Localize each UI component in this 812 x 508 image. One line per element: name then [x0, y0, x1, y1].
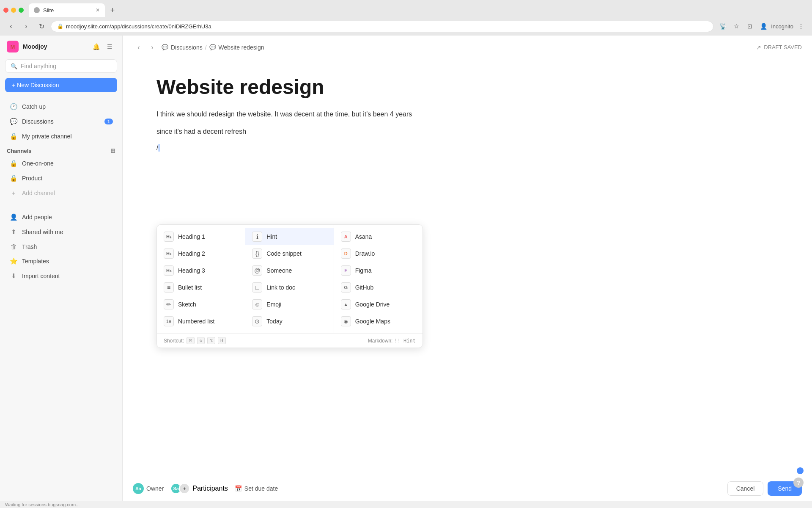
url-bar[interactable]: 🔒 moodjoy.slite.com/app/discussions/crea… — [51, 21, 713, 32]
slash-numbered-list[interactable]: 1≡ Numbered list — [157, 313, 245, 330]
incognito-label: Incognito — [771, 23, 793, 30]
slash-google-maps[interactable]: ◉ Google Maps — [334, 313, 422, 330]
owner-label: Owner — [146, 485, 164, 492]
numbered-list-icon: 1≡ — [164, 316, 174, 326]
templates-icon: ⭐ — [9, 257, 18, 265]
slash-figma[interactable]: F Figma — [334, 262, 422, 279]
sidebar-item-trash[interactable]: 🗑 Trash — [3, 240, 120, 254]
markdown-hint: Markdown: !! Hint — [368, 338, 416, 344]
google-drive-icon: ▲ — [341, 299, 351, 309]
sidebar-item-add-channel[interactable]: + Add channel — [3, 186, 120, 200]
emoji-label: Emoji — [266, 301, 281, 308]
split-view-icon[interactable]: ⊡ — [744, 20, 756, 32]
slash-drawio[interactable]: D Draw.io — [334, 245, 422, 262]
discussion-body-line1: I think we should redesign the website. … — [156, 109, 778, 120]
owner-section[interactable]: Sa Owner — [133, 483, 164, 494]
due-date-label: Set due date — [244, 485, 278, 492]
discussions-icon: 💬 — [9, 118, 18, 125]
sidebar-item-private[interactable]: 🔒 My private channel — [3, 129, 120, 144]
tab-close-button[interactable]: ✕ — [96, 7, 100, 13]
forward-nav-button[interactable]: › — [146, 41, 158, 53]
sidebar-toggle-icon[interactable]: ☰ — [104, 41, 115, 52]
participants-section[interactable]: Sa + Participants — [170, 483, 228, 494]
sidebar-item-templates[interactable]: ⭐ Templates — [3, 254, 120, 268]
heading3-label: Heading 3 — [178, 267, 205, 274]
slash-menu-footer: Shortcut: ⌘ ◇ ⌥ H Markdown: !! Hint — [157, 333, 422, 348]
slash-code-snippet[interactable]: {} Code snippet — [245, 245, 333, 262]
trash-label: Trash — [22, 243, 113, 250]
someone-label: Someone — [266, 267, 292, 274]
participant-initials: Sa — [173, 486, 179, 491]
new-discussion-label: + New Discussion — [12, 82, 59, 88]
bookmark-icon[interactable]: ☆ — [730, 20, 742, 32]
heading2-label: Heading 2 — [178, 250, 205, 257]
one-on-one-icon: 🔒 — [9, 160, 18, 167]
reload-button[interactable]: ↻ — [36, 20, 47, 32]
close-button[interactable] — [3, 8, 8, 13]
browser-tab[interactable]: Slite ✕ — [29, 3, 105, 17]
slash-emoji[interactable]: ☺ Emoji — [245, 296, 333, 313]
cursor-line[interactable]: / — [156, 144, 778, 152]
slash-link-to-doc[interactable]: □ Link to doc — [245, 279, 333, 296]
browser-chrome: Slite ✕ + ‹ › ↻ 🔒 moodjoy.slite.com/app/… — [0, 0, 812, 36]
channels-label: Channels — [7, 148, 110, 154]
slash-hint[interactable]: ℹ Hint — [245, 228, 333, 245]
drawio-icon: D — [341, 248, 351, 259]
slash-heading3[interactable]: H₃ Heading 3 — [157, 262, 245, 279]
slash-someone[interactable]: @ Someone — [245, 262, 333, 279]
forward-button[interactable]: › — [20, 20, 32, 32]
slash-github[interactable]: G GitHub — [334, 279, 422, 296]
sidebar-item-product[interactable]: 🔒 Product — [3, 171, 120, 185]
profile-icon[interactable]: 👤 — [757, 20, 769, 32]
sidebar-item-one-on-one[interactable]: 🔒 One-on-one — [3, 156, 120, 171]
trash-icon: 🗑 — [9, 243, 18, 250]
sidebar-item-shared-with-me[interactable]: ⬆ Shared with me — [3, 225, 120, 239]
back-nav-button[interactable]: ‹ — [133, 41, 145, 53]
sidebar-item-add-people[interactable]: 👤 Add people — [3, 210, 120, 224]
text-cursor — [159, 144, 159, 152]
cancel-button[interactable]: Cancel — [727, 481, 764, 496]
slash-menu-col-1: H₁ Heading 1 H₂ Heading 2 H₃ Heading 3 — [157, 225, 245, 333]
cast-icon[interactable]: 📡 — [717, 20, 729, 32]
slash-sketch[interactable]: ✏ Sketch — [157, 296, 245, 313]
slash-heading2[interactable]: H₂ Heading 2 — [157, 245, 245, 262]
notifications-icon[interactable]: 🔔 — [90, 41, 102, 52]
browser-actions: 📡 ☆ ⊡ 👤 Incognito ⋮ — [717, 20, 807, 32]
sidebar-header-actions: 🔔 ☰ — [90, 41, 115, 52]
sidebar-item-discussions[interactable]: 💬 Discussions 1 — [3, 114, 120, 129]
search-bar[interactable]: 🔍 Find anything — [5, 59, 117, 73]
someone-icon: @ — [252, 265, 262, 276]
channels-add-icon[interactable]: ⊞ — [110, 147, 115, 154]
add-people-label: Add people — [22, 214, 113, 221]
slash-google-drive[interactable]: ▲ Google Drive — [334, 296, 422, 313]
bullet-list-label: Bullet list — [178, 284, 202, 291]
maximize-button[interactable] — [19, 8, 24, 13]
due-date-section[interactable]: 📅 Set due date — [235, 485, 278, 492]
slash-today[interactable]: ⊙ Today — [245, 313, 333, 330]
sidebar-item-import[interactable]: ⬇ Import content — [3, 269, 120, 283]
workspace-initials: M — [11, 44, 15, 50]
discussions-label: Discussions — [22, 118, 100, 125]
search-icon: 🔍 — [11, 63, 17, 69]
product-icon: 🔒 — [9, 174, 18, 182]
asana-label: Asana — [355, 233, 372, 240]
slash-asana[interactable]: A Asana — [334, 228, 422, 245]
topbar-nav: ‹ › — [133, 41, 158, 53]
menu-icon[interactable]: ⋮ — [795, 20, 807, 32]
editor-area[interactable]: Website redesign I think we should redes… — [123, 59, 812, 476]
back-button[interactable]: ‹ — [5, 20, 17, 32]
breadcrumb-parent-link[interactable]: Discussions — [171, 44, 203, 51]
new-discussion-button[interactable]: + New Discussion — [5, 78, 117, 92]
figma-label: Figma — [355, 267, 372, 274]
link-to-doc-label: Link to doc — [266, 284, 295, 291]
traffic-lights — [3, 8, 24, 13]
slash-bullet-list[interactable]: ≡ Bullet list — [157, 279, 245, 296]
slash-heading1[interactable]: H₁ Heading 1 — [157, 228, 245, 245]
new-tab-button[interactable]: + — [107, 4, 118, 16]
help-button[interactable]: ? — [793, 478, 804, 488]
app: M Moodjoy 🔔 ☰ 🔍 Find anything + New Disc… — [0, 36, 812, 501]
slash-command-menu: H₁ Heading 1 H₂ Heading 2 H₃ Heading 3 — [156, 224, 423, 348]
draft-status: ↗ DRAFT SAVED — [756, 44, 802, 51]
minimize-button[interactable] — [11, 8, 16, 13]
sidebar-item-catch-up[interactable]: 🕐 Catch up — [3, 99, 120, 114]
